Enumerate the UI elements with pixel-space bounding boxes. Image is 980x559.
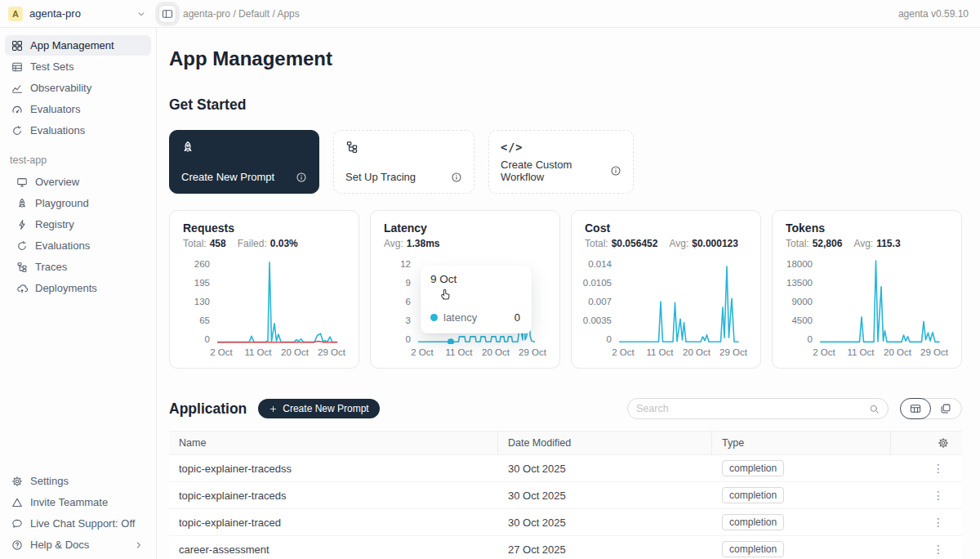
x-tick-label: 11 Oct	[646, 347, 673, 357]
sidebar-item-registry[interactable]: Registry	[5, 214, 151, 235]
applications-table: Name Date Modified Type topic-explainer-…	[169, 431, 962, 559]
chevron-down-icon[interactable]	[136, 8, 147, 20]
sidebar-item-evaluators[interactable]: Evaluators	[5, 99, 151, 119]
sidebar-item-evaluations[interactable]: Evaluations	[5, 235, 151, 256]
stat: Avg:115.3	[853, 238, 900, 249]
y-tick-label: 0	[406, 334, 411, 344]
card-view-button[interactable]	[930, 398, 961, 419]
page-title: App Management	[169, 47, 962, 70]
sidebar-item-overview[interactable]: Overview	[5, 172, 151, 192]
table-body: topic-explainer-tracedss30 Oct 2025compl…	[169, 455, 962, 559]
cell-name: topic-explainer-tracedss	[169, 463, 498, 475]
x-tick-label: 2 Oct	[612, 347, 634, 357]
cell-date-modified: 30 Oct 2025	[498, 463, 712, 475]
search-input[interactable]	[636, 403, 864, 414]
y-tick-label: 65	[199, 315, 210, 325]
sidebar-item-observability[interactable]: Observability	[5, 78, 151, 98]
latency-series-dot	[430, 314, 438, 321]
stat: Failed:0.03%	[238, 238, 298, 249]
sidebar-item-traces[interactable]: Traces	[5, 257, 151, 277]
column-date-modified[interactable]: Date Modified	[498, 432, 712, 454]
chart-card-tokens: TokensTotal:52,806Avg:115.31800013500900…	[772, 210, 962, 369]
get-started-heading: Get Started	[169, 96, 962, 114]
type-badge: completion	[722, 514, 784, 530]
x-tick-label: 11 Oct	[244, 347, 271, 357]
active-point-marker	[448, 338, 454, 344]
stat: Total:458	[183, 238, 226, 249]
table-row[interactable]: topic-explainer-tracedss30 Oct 2025compl…	[169, 455, 962, 482]
table-row[interactable]: career-assessment27 Oct 2025completion⋮	[169, 536, 962, 559]
sidebar-item-help-docs[interactable]: Help & Docs	[5, 534, 151, 555]
charts-cards: RequestsTotal:458Failed:0.03%26019513065…	[169, 210, 962, 369]
chart-canvas-requests[interactable]	[217, 259, 340, 344]
cell-name: topic-explainer-traceds	[169, 490, 498, 502]
tree-icon	[16, 262, 28, 273]
chart-canvas-tokens[interactable]	[820, 259, 942, 344]
search-icon[interactable]	[869, 404, 880, 414]
table-settings-icon[interactable]	[938, 437, 949, 449]
sidebar-item-label: Test Sets	[30, 60, 74, 73]
sidebar-item-invite-teammate[interactable]: Invite Teammate	[5, 492, 151, 512]
chart-stats: Total:$0.056452Avg:$0.000123	[585, 238, 747, 249]
sidebar-item-app-management[interactable]: App Management	[5, 35, 151, 56]
sidebar-collapse-button[interactable]	[158, 5, 176, 23]
testsets-icon	[11, 61, 23, 73]
chart-title: Latency	[384, 221, 546, 235]
sidebar-item-playground[interactable]: Playground	[5, 193, 151, 213]
table-header: Name Date Modified Type	[169, 431, 962, 455]
table-row[interactable]: topic-explainer-traced30 Oct 2025complet…	[169, 509, 962, 536]
table-view-button[interactable]	[900, 398, 931, 419]
column-name[interactable]: Name	[169, 432, 498, 454]
x-tick-label: 20 Oct	[281, 347, 309, 357]
sidebar-app-nav: OverviewPlaygroundRegistryEvaluationsTra…	[0, 171, 156, 299]
workspace-selector[interactable]: A agenta-pro	[0, 7, 157, 21]
chart-canvas-cost[interactable]	[619, 259, 742, 344]
sidebar-item-settings[interactable]: Settings	[5, 471, 151, 491]
y-axis-ticks: 0.0140.01050.0070.00350	[585, 259, 619, 344]
row-menu-button[interactable]: ⋮	[929, 462, 947, 475]
x-axis-ticks: 2 Oct11 Oct20 Oct29 Oct	[418, 347, 546, 360]
charts-row: RequestsTotal:458Failed:0.03%26019513065…	[169, 210, 962, 369]
sidebar-item-live-chat-support-off[interactable]: Live Chat Support: Off	[5, 513, 151, 534]
y-tick-label: 0	[607, 334, 612, 344]
card-view-icon	[940, 403, 951, 414]
tooltip-row: latency 0	[430, 311, 522, 324]
stat: Total:52,806	[786, 238, 842, 249]
get-started-card-create-new-prompt[interactable]: Create New Prompt	[169, 130, 319, 194]
create-new-prompt-button[interactable]: Create New Prompt	[258, 399, 379, 418]
main-content: App Management Get Started Create New Pr…	[157, 28, 980, 559]
y-tick-label: 260	[194, 259, 210, 269]
column-type[interactable]: Type	[712, 432, 890, 454]
rocket-icon	[16, 198, 28, 209]
row-menu-button[interactable]: ⋮	[929, 543, 947, 556]
chart-stats: Total:458Failed:0.03%	[183, 238, 345, 249]
create-new-prompt-label: Create New Prompt	[283, 403, 368, 414]
get-started-card-set-up-tracing[interactable]: Set Up Tracing	[333, 130, 474, 194]
row-menu-button[interactable]: ⋮	[929, 516, 947, 529]
sidebar-item-label: Invite Teammate	[30, 496, 108, 508]
cloud-icon	[16, 283, 28, 294]
sidebar-item-label: App Management	[30, 39, 114, 51]
sidebar-section-label: test-app	[10, 154, 156, 166]
get-started-card-create-custom-workflow[interactable]: </>Create Custom Workflow	[488, 130, 634, 194]
info-icon	[296, 172, 307, 183]
x-tick-label: 11 Oct	[445, 347, 472, 357]
x-tick-label: 2 Oct	[210, 347, 232, 357]
tooltip-value: 0	[514, 311, 522, 324]
y-tick-label: 18000	[786, 259, 813, 269]
chart-title: Cost	[585, 221, 747, 235]
cursor-hand-icon	[438, 287, 452, 301]
x-tick-label: 29 Oct	[719, 347, 747, 357]
cell-name: career-assessment	[169, 543, 498, 556]
table-row[interactable]: topic-explainer-traceds30 Oct 2025comple…	[169, 482, 962, 509]
application-header: Application Create New Prompt	[169, 398, 962, 419]
x-axis-ticks: 2 Oct11 Oct20 Oct29 Oct	[820, 347, 948, 360]
sidebar-item-label: Evaluations	[35, 239, 90, 252]
sidebar-item-deployments[interactable]: Deployments	[5, 278, 151, 298]
chart-stats: Total:52,806Avg:115.3	[786, 238, 948, 249]
sidebar-item-evaluations[interactable]: Evaluations	[5, 120, 151, 141]
row-menu-button[interactable]: ⋮	[929, 489, 947, 502]
sidebar-item-test-sets[interactable]: Test Sets	[5, 56, 151, 77]
stat: Avg:$0.000123	[669, 238, 738, 249]
chart-tooltip: 9 Oct latency 0	[421, 266, 532, 333]
